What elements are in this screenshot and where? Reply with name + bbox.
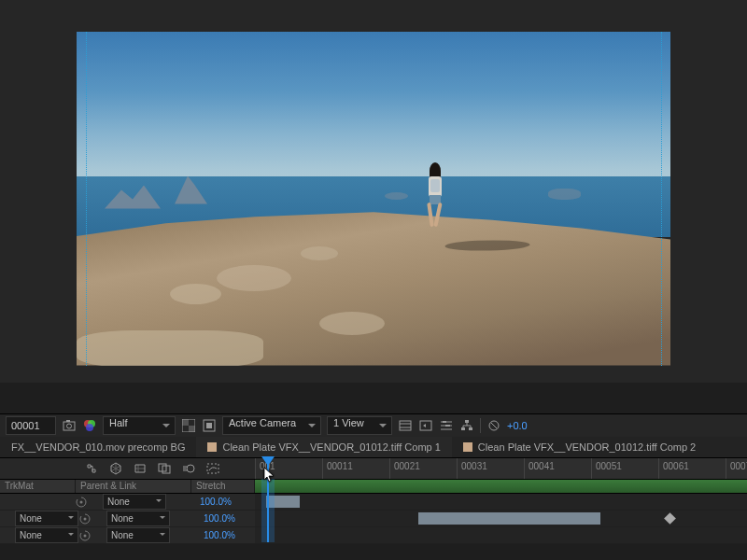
keyframe-icon[interactable] bbox=[664, 512, 676, 525]
layer-row[interactable]: None 100.0% bbox=[0, 494, 747, 511]
cursor-icon bbox=[263, 467, 276, 483]
stretch-value[interactable]: 100.0% bbox=[198, 513, 235, 524]
comp-swatch-icon bbox=[463, 442, 472, 452]
ruler-tick: 00061 bbox=[658, 458, 726, 479]
motion-blur-icon[interactable] bbox=[181, 461, 196, 476]
guide-line[interactable] bbox=[661, 32, 662, 366]
transparency-grid-icon[interactable] bbox=[181, 418, 196, 433]
layer-row[interactable]: None None 100.0% bbox=[0, 527, 747, 544]
svg-rect-14 bbox=[445, 425, 450, 427]
pickwhip-icon[interactable] bbox=[78, 530, 92, 541]
exposure-value[interactable]: +0.0 bbox=[507, 420, 528, 431]
col-stretch[interactable]: Stretch bbox=[191, 480, 255, 493]
svg-point-1 bbox=[67, 424, 72, 428]
draft-3d-icon[interactable] bbox=[108, 461, 123, 476]
ruler-tick: 00031 bbox=[457, 458, 524, 479]
fast-previews-icon[interactable] bbox=[418, 418, 433, 433]
svg-rect-16 bbox=[461, 427, 465, 430]
svg-rect-11 bbox=[400, 421, 411, 430]
comp-swatch-icon bbox=[207, 442, 217, 452]
layer-column-headers: TrkMat Parent & Link Stretch bbox=[0, 480, 255, 494]
svg-rect-0 bbox=[63, 422, 75, 430]
layer-bar[interactable] bbox=[418, 512, 600, 525]
trkmat-dropdown[interactable]: None bbox=[15, 511, 78, 526]
parent-dropdown[interactable]: None bbox=[106, 511, 170, 526]
work-area-bar[interactable] bbox=[255, 480, 747, 494]
trkmat-dropdown[interactable]: None bbox=[15, 527, 78, 543]
svg-rect-22 bbox=[207, 464, 218, 473]
ruler-tick: 00071 bbox=[726, 458, 747, 479]
views-dropdown[interactable]: 1 View bbox=[327, 416, 392, 435]
tab-precomp-bg[interactable]: FX__VENDOR_010.mov precomp BG bbox=[0, 437, 196, 457]
guide-line[interactable] bbox=[86, 32, 87, 366]
col-parent[interactable]: Parent & Link bbox=[76, 480, 191, 493]
parent-dropdown[interactable]: None bbox=[106, 527, 170, 543]
svg-rect-8 bbox=[189, 426, 195, 432]
svg-point-21 bbox=[187, 465, 194, 472]
ruler-tick: 00041 bbox=[524, 458, 591, 479]
svg-rect-10 bbox=[206, 423, 212, 428]
timeline-icon[interactable] bbox=[439, 418, 454, 433]
parent-dropdown[interactable]: None bbox=[103, 494, 166, 510]
channels-icon[interactable] bbox=[82, 418, 97, 433]
hide-shy-icon[interactable] bbox=[133, 461, 148, 476]
tab-comp-2[interactable]: Clean Plate VFX__VENDOR_01012.tiff Comp … bbox=[452, 437, 707, 457]
svg-point-24 bbox=[84, 517, 87, 520]
svg-rect-15 bbox=[465, 420, 469, 423]
timeline-tabs: FX__VENDOR_010.mov precomp BG Clean Plat… bbox=[0, 437, 747, 458]
reset-exposure-icon[interactable] bbox=[486, 418, 501, 433]
viewer-toolbar: 00001 Half Active Camera 1 View +0.0 bbox=[0, 413, 747, 438]
layer-bar[interactable] bbox=[266, 496, 300, 508]
svg-point-5 bbox=[86, 424, 93, 431]
stretch-value[interactable]: 100.0% bbox=[198, 530, 235, 540]
svg-point-23 bbox=[80, 500, 83, 503]
svg-point-25 bbox=[84, 534, 87, 537]
mask-visibility-icon[interactable] bbox=[202, 418, 217, 433]
camera-dropdown[interactable]: Active Camera bbox=[222, 416, 321, 435]
frame-blend-icon[interactable] bbox=[157, 461, 172, 476]
ruler-tick: 00021 bbox=[389, 458, 457, 479]
composition-viewer[interactable] bbox=[0, 0, 747, 383]
layer-rows: None 100.0% None None 100.0% None None 1… bbox=[0, 494, 747, 544]
resolution-dropdown[interactable]: Half bbox=[103, 416, 176, 435]
tab-comp-1[interactable]: Clean Plate VFX__VENDOR_01012.tiff Comp … bbox=[196, 437, 451, 457]
flowchart-icon[interactable] bbox=[459, 418, 474, 433]
graph-editor-icon[interactable] bbox=[205, 461, 220, 476]
ruler-tick: 00011 bbox=[322, 458, 389, 479]
pixel-aspect-icon[interactable] bbox=[398, 418, 413, 433]
preview-canvas bbox=[77, 32, 670, 366]
svg-rect-7 bbox=[182, 419, 189, 426]
comp-mini-flowchart-icon[interactable] bbox=[84, 461, 99, 476]
stretch-value[interactable]: 100.0% bbox=[194, 497, 232, 507]
svg-rect-2 bbox=[66, 420, 70, 422]
svg-rect-17 bbox=[469, 427, 472, 430]
time-ruler[interactable]: 001 00011 00021 00031 00041 00051 00061 … bbox=[255, 458, 747, 479]
current-frame-field[interactable]: 00001 bbox=[6, 416, 56, 435]
pickwhip-icon[interactable] bbox=[78, 513, 92, 525]
col-trkmat[interactable]: TrkMat bbox=[0, 480, 76, 493]
pickwhip-icon[interactable] bbox=[75, 497, 88, 508]
layer-row[interactable]: None None 100.0% bbox=[0, 511, 747, 527]
ruler-tick: 00051 bbox=[591, 458, 658, 479]
snapshot-icon[interactable] bbox=[62, 418, 77, 433]
svg-rect-13 bbox=[443, 421, 446, 423]
